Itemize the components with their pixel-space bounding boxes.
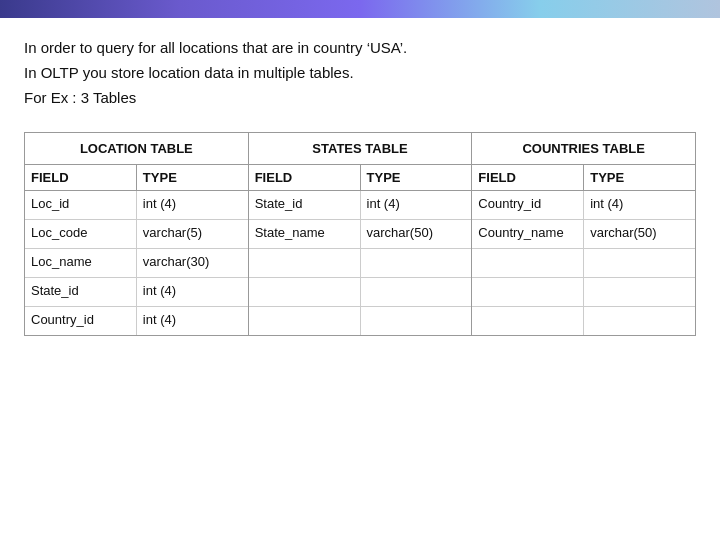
countries-col2-header: TYPE bbox=[584, 165, 695, 190]
loc-type-0: int (4) bbox=[137, 191, 248, 219]
country-field-3 bbox=[472, 278, 584, 306]
state-type-0: int (4) bbox=[361, 191, 472, 219]
table-row: Loc_name varchar(30) bbox=[25, 249, 248, 278]
country-field-4 bbox=[472, 307, 584, 335]
loc-field-3: State_id bbox=[25, 278, 137, 306]
state-type-1: varchar(50) bbox=[361, 220, 472, 248]
location-table-section: LOCATION TABLE FIELD TYPE Loc_id int (4)… bbox=[25, 133, 249, 335]
table-row bbox=[472, 278, 695, 307]
loc-field-0: Loc_id bbox=[25, 191, 137, 219]
table-row: State_id int (4) bbox=[25, 278, 248, 307]
state-type-4 bbox=[361, 307, 472, 335]
state-field-4 bbox=[249, 307, 361, 335]
countries-table-section: COUNTRIES TABLE FIELD TYPE Country_id in… bbox=[472, 133, 695, 335]
table-row bbox=[249, 278, 472, 307]
states-table-header: STATES TABLE bbox=[249, 133, 472, 165]
country-field-2 bbox=[472, 249, 584, 277]
states-col1-header: FIELD bbox=[249, 165, 361, 190]
table-row: State_id int (4) bbox=[249, 191, 472, 220]
country-type-2 bbox=[584, 249, 695, 277]
state-field-1: State_name bbox=[249, 220, 361, 248]
tables-container: LOCATION TABLE FIELD TYPE Loc_id int (4)… bbox=[24, 132, 696, 336]
state-field-3 bbox=[249, 278, 361, 306]
table-row: State_name varchar(50) bbox=[249, 220, 472, 249]
states-col-headers: FIELD TYPE bbox=[249, 165, 472, 191]
intro-line1: In order to query for all locations that… bbox=[24, 36, 696, 61]
intro-line2: In OLTP you store location data in multi… bbox=[24, 61, 696, 86]
loc-field-2: Loc_name bbox=[25, 249, 137, 277]
table-row: Country_id int (4) bbox=[25, 307, 248, 335]
loc-type-2: varchar(30) bbox=[137, 249, 248, 277]
table-row bbox=[249, 307, 472, 335]
countries-col-headers: FIELD TYPE bbox=[472, 165, 695, 191]
states-col2-header: TYPE bbox=[361, 165, 472, 190]
states-table-section: STATES TABLE FIELD TYPE State_id int (4)… bbox=[249, 133, 473, 335]
state-field-2 bbox=[249, 249, 361, 277]
loc-type-3: int (4) bbox=[137, 278, 248, 306]
country-type-3 bbox=[584, 278, 695, 306]
state-type-3 bbox=[361, 278, 472, 306]
loc-field-1: Loc_code bbox=[25, 220, 137, 248]
countries-col1-header: FIELD bbox=[472, 165, 584, 190]
table-row: Loc_id int (4) bbox=[25, 191, 248, 220]
table-row bbox=[472, 307, 695, 335]
table-row bbox=[249, 249, 472, 278]
country-field-1: Country_name bbox=[472, 220, 584, 248]
country-type-4 bbox=[584, 307, 695, 335]
table-row: Country_id int (4) bbox=[472, 191, 695, 220]
location-col1-header: FIELD bbox=[25, 165, 137, 190]
location-col-headers: FIELD TYPE bbox=[25, 165, 248, 191]
countries-table-header: COUNTRIES TABLE bbox=[472, 133, 695, 165]
intro-text: In order to query for all locations that… bbox=[24, 36, 696, 110]
country-type-0: int (4) bbox=[584, 191, 695, 219]
location-col2-header: TYPE bbox=[137, 165, 248, 190]
loc-type-1: varchar(5) bbox=[137, 220, 248, 248]
loc-field-4: Country_id bbox=[25, 307, 137, 335]
country-field-0: Country_id bbox=[472, 191, 584, 219]
location-table-header: LOCATION TABLE bbox=[25, 133, 248, 165]
top-bar bbox=[0, 0, 720, 18]
table-row: Country_name varchar(50) bbox=[472, 220, 695, 249]
intro-line3: For Ex : 3 Tables bbox=[24, 86, 696, 111]
table-row: Loc_code varchar(5) bbox=[25, 220, 248, 249]
table-row bbox=[472, 249, 695, 278]
state-type-2 bbox=[361, 249, 472, 277]
content: In order to query for all locations that… bbox=[0, 18, 720, 346]
state-field-0: State_id bbox=[249, 191, 361, 219]
loc-type-4: int (4) bbox=[137, 307, 248, 335]
country-type-1: varchar(50) bbox=[584, 220, 695, 248]
